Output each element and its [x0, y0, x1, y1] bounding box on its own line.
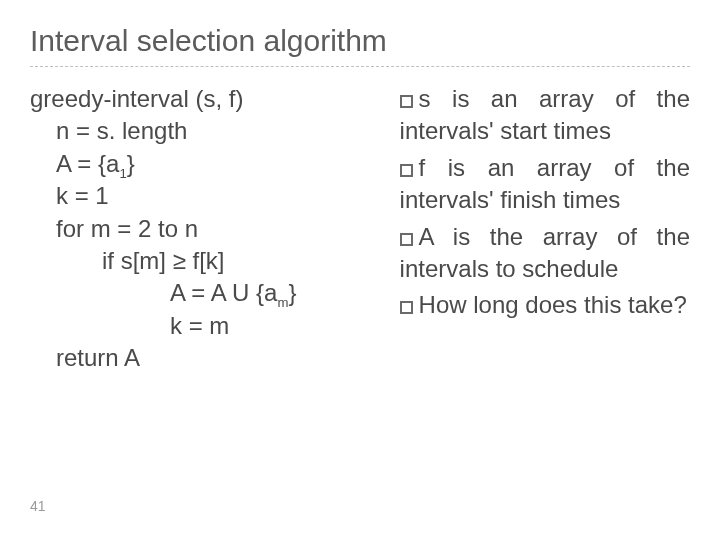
note-how-lead: How [419, 291, 467, 318]
algo-line-if: if s[m] ≥ f[k] [30, 245, 400, 277]
slide-title: Interval selection algorithm [30, 24, 690, 58]
notes-column: s is an array of the intervals' start ti… [400, 83, 690, 540]
note-s-rest: is an array of the intervals' start time… [400, 85, 690, 144]
square-bullet-icon [400, 95, 413, 108]
note-a-rest: is the array of the intervals to schedul… [400, 223, 690, 282]
note-how: How long does this take? [400, 289, 690, 321]
algo-line-n: n = s. length [30, 115, 400, 147]
note-s: s is an array of the intervals' start ti… [400, 83, 690, 148]
algo-union-pre: A = A U {a [170, 279, 277, 306]
title-rule [30, 66, 690, 67]
algo-union-post: } [288, 279, 296, 306]
algo-line-k: k = 1 [30, 180, 400, 212]
note-how-rest: long does this take? [467, 291, 687, 318]
slide-body: greedy-interval (s, f) n = s. length A =… [30, 83, 690, 540]
note-f: f is an array of the intervals' finish t… [400, 152, 690, 217]
algorithm-column: greedy-interval (s, f) n = s. length A =… [30, 83, 400, 540]
algo-a-post: } [127, 150, 135, 177]
note-a-lead: A [419, 223, 434, 250]
algo-a-pre: A = {a [56, 150, 119, 177]
square-bullet-icon [400, 233, 413, 246]
note-a: A is the array of the intervals to sched… [400, 221, 690, 286]
algo-header: greedy-interval (s, f) [30, 83, 400, 115]
note-s-lead: s [419, 85, 431, 112]
algo-line-for: for m = 2 to n [30, 213, 400, 245]
page-number: 41 [30, 498, 46, 514]
algo-line-k-m: k = m [30, 310, 400, 342]
slide: Interval selection algorithm greedy-inte… [0, 0, 720, 540]
algo-a-sub: 1 [119, 166, 126, 181]
note-f-rest: is an array of the intervals' finish tim… [400, 154, 690, 213]
algo-line-a-init: A = {a1} [30, 148, 400, 180]
square-bullet-icon [400, 164, 413, 177]
algo-line-return: return A [30, 342, 400, 374]
square-bullet-icon [400, 301, 413, 314]
algo-union-sub: m [277, 295, 288, 310]
algo-line-union: A = A U {am} [30, 277, 400, 309]
